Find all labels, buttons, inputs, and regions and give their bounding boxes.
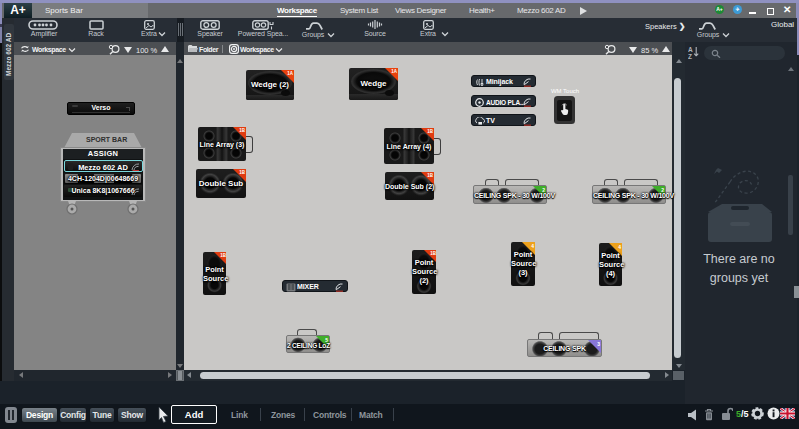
svg-text:Z: Z: [688, 53, 692, 60]
